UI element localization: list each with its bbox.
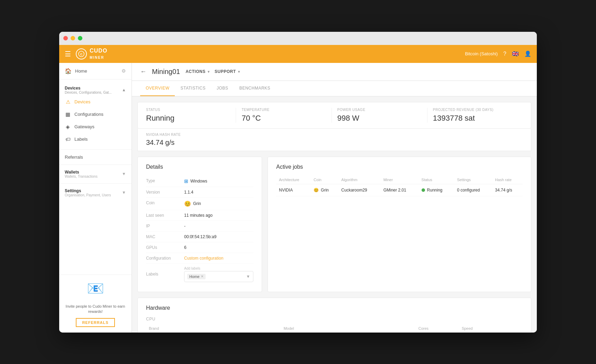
job-coin-icon: 😊 [314, 188, 319, 193]
stat-revenue-label: PROJECTED REVENUE (30 DAYS) [433, 108, 517, 112]
detail-config-value[interactable]: Custom configuration [184, 256, 223, 261]
stat-power-label: POWER USAGE [337, 108, 422, 112]
job-coin: 😊 Grin [311, 184, 338, 196]
jobs-col-miner: Miner [381, 176, 419, 184]
user-icon[interactable]: 👤 [524, 50, 531, 57]
referral-image: 📧 [82, 280, 109, 301]
tab-benchmarks[interactable]: BENCHMARKS [234, 81, 276, 96]
stat-status-value: Running [146, 114, 230, 123]
support-button[interactable]: SUPPORT ▼ [215, 69, 241, 74]
tab-overview[interactable]: OVERVIEW [140, 81, 175, 96]
labels-dropdown-arrow-icon: ▼ [246, 274, 250, 279]
labels-input[interactable]: Home ✕ ▼ [184, 271, 253, 282]
detail-gpus-value: 6 [184, 245, 187, 250]
sidebar-item-gateways[interactable]: ◈ Gateways [59, 121, 132, 133]
stat-revenue-value: 1393778 sat [433, 114, 517, 123]
cpu-col-speed: Speed [459, 324, 523, 333]
wallets-title: Wallets [65, 170, 98, 175]
close-button[interactable] [63, 36, 68, 40]
job-status-value: Running [427, 188, 443, 193]
sidebar-item-configurations-label: Configurations [74, 112, 103, 117]
detail-mac-value: 00:0f:54:12:5b:a9 [184, 234, 216, 239]
logo-text: CUDOMINER [90, 48, 107, 60]
sidebar-wallets-section[interactable]: Wallets Wallets, Transactions ▼ [59, 166, 132, 182]
active-jobs-card: Active jobs Architecture Coin Algorithm … [268, 157, 531, 292]
actions-label: ACTIONS [186, 69, 206, 74]
sidebar-devices-section: Devices Devices, Configurations, Gat... … [59, 80, 132, 148]
devices-section-info: Devices Devices, Configurations, Gat... [65, 86, 112, 94]
sidebar-divider-2 [59, 165, 132, 165]
language-icon[interactable]: 🇬🇧 [512, 50, 519, 57]
sidebar-item-configurations[interactable]: ▦ Configurations [59, 108, 132, 121]
detail-type-label: Type [146, 178, 184, 183]
stat-power-value: 998 W [337, 114, 422, 123]
sidebar-item-home[interactable]: 🏠 Home ⚙ [59, 63, 132, 80]
sidebar-item-referrals[interactable]: Referrals [59, 151, 132, 163]
referrals-label: Referrals [65, 155, 83, 160]
wallets-arrow-icon: ▼ [122, 171, 126, 176]
page-title: Mining01 [152, 68, 180, 76]
windows-icon: ⊞ [184, 178, 188, 184]
devices-section-subtitle: Devices, Configurations, Gat... [65, 91, 112, 94]
job-hashrate: 34.74 g/s [492, 184, 523, 196]
tab-statistics[interactable]: STATISTICS [175, 81, 211, 96]
cpu-col-cores: Cores [416, 324, 459, 333]
job-architecture: NVIDIA [276, 184, 311, 196]
collapse-icon[interactable]: ▲ [122, 87, 126, 92]
help-icon[interactable]: ? [503, 51, 506, 57]
stat-temperature: TEMPERATURE 70 °C [236, 108, 332, 123]
jobs-col-coin: Coin [311, 176, 338, 184]
jobs-col-settings: Settings [454, 176, 492, 184]
jobs-col-hashrate: Hash rate [492, 176, 523, 184]
cpu-section-label: CPU [146, 317, 523, 321]
minimize-button[interactable] [71, 36, 75, 40]
devices-section-title: Devices [65, 86, 112, 91]
settings-title: Settings [65, 188, 111, 193]
wallets-info: Wallets Wallets, Transactions [65, 170, 98, 178]
nvidia-hashrate-label: NVIDIA HASH RATE [146, 133, 523, 137]
main-layout: 🏠 Home ⚙ Devices Devices, Configurations… [59, 63, 537, 333]
sidebar-divider-1 [59, 149, 132, 150]
sidebar-item-devices[interactable]: ⚠ Devices [59, 96, 132, 108]
tab-jobs[interactable]: JOBS [211, 81, 234, 96]
settings-icon[interactable]: ⚙ [121, 68, 126, 74]
job-settings: 0 configured [454, 184, 492, 196]
settings-arrow-icon: ▼ [122, 190, 126, 195]
details-card: Details Type ⊞ Windows Version 1.1.4 [137, 157, 262, 292]
maximize-button[interactable] [78, 36, 82, 40]
label-tag-remove[interactable]: ✕ [201, 274, 204, 278]
sidebar-item-labels[interactable]: 🏷 Labels [59, 133, 132, 145]
sidebar-settings-section[interactable]: Settings Organisation, Payment, Users ▼ [59, 185, 132, 200]
status-running-indicator: Running [422, 188, 452, 193]
titlebar [59, 32, 537, 45]
topnav-left: ☰ C CUDOMINER [65, 48, 107, 60]
labels-add-text: Add labels [184, 267, 253, 270]
referral-button[interactable]: REFERRALS [76, 318, 115, 327]
detail-ip-value: - [184, 224, 186, 228]
main-row: Details Type ⊞ Windows Version 1.1.4 [132, 151, 537, 298]
details-card-title: Details [146, 164, 253, 170]
hamburger-menu-icon[interactable]: ☰ [65, 50, 71, 58]
back-button[interactable]: ← [140, 68, 146, 75]
logo: C CUDOMINER [76, 48, 107, 60]
detail-type: Type ⊞ Windows [146, 176, 253, 187]
jobs-table: Architecture Coin Algorithm Miner Status… [276, 176, 523, 196]
actions-button[interactable]: ACTIONS ▼ [186, 69, 210, 74]
wallets-subtitle: Wallets, Transactions [65, 175, 98, 178]
settings-info: Settings Organisation, Payment, Users [65, 188, 111, 197]
currency-label: Bitcoin (Satoshi) [465, 51, 498, 56]
detail-coin: Coin 😊 Grin [146, 198, 253, 210]
header-actions: ACTIONS ▼ SUPPORT ▼ [186, 69, 241, 74]
detail-ip: IP - [146, 221, 253, 232]
sidebar-wallets-header: Wallets Wallets, Transactions ▼ [65, 170, 126, 178]
status-dot-icon [422, 188, 425, 192]
topnav-right: Bitcoin (Satoshi) ? 🇬🇧 👤 [465, 50, 531, 57]
detail-lastseen: Last seen 11 minutes ago [146, 210, 253, 221]
job-coin-value: Grin [321, 188, 329, 193]
jobs-table-header: Architecture Coin Algorithm Miner Status… [276, 176, 523, 184]
topnav: ☰ C CUDOMINER Bitcoin (Satoshi) ? 🇬🇧 👤 [59, 45, 537, 63]
sidebar-item-gateways-label: Gateways [74, 124, 94, 129]
sidebar: 🏠 Home ⚙ Devices Devices, Configurations… [59, 63, 132, 333]
sidebar-home-label: Home [75, 68, 87, 74]
support-label: SUPPORT [215, 69, 236, 74]
